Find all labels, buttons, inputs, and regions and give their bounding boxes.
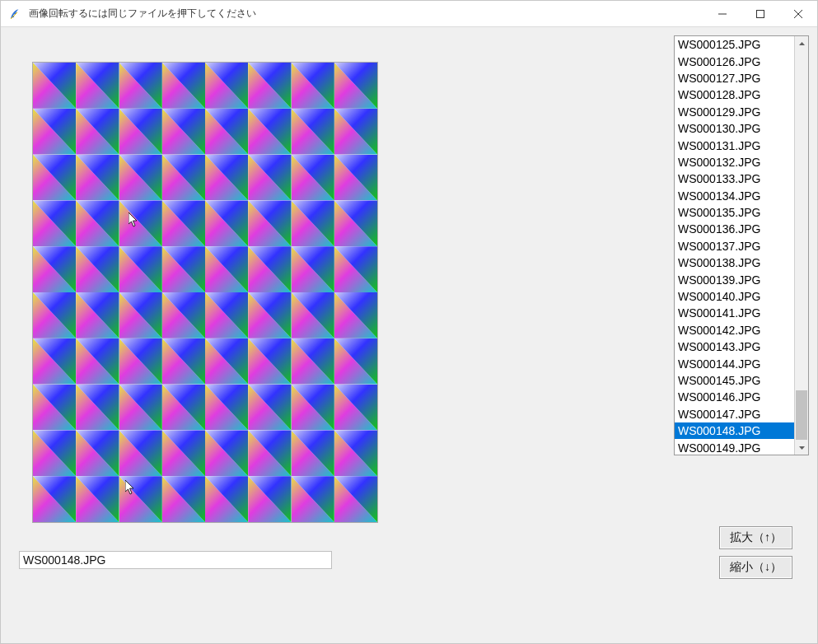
preview-tile <box>162 292 205 338</box>
svg-rect-1 <box>757 10 764 17</box>
list-item[interactable]: WS000132.JPG <box>675 154 794 170</box>
window-buttons <box>703 1 817 26</box>
preview-tile <box>248 292 291 338</box>
preview-tile <box>119 385 162 431</box>
preview-tile <box>119 63 162 109</box>
preview-tile <box>292 155 334 201</box>
list-item[interactable]: WS000141.JPG <box>675 305 794 321</box>
preview-tile <box>205 476 248 522</box>
list-item[interactable]: WS000137.JPG <box>675 238 794 254</box>
preview-tile <box>205 338 248 385</box>
preview-tile <box>76 430 119 476</box>
preview-tile <box>205 200 248 246</box>
scrollbar[interactable] <box>794 36 808 455</box>
preview-tile <box>248 200 291 246</box>
preview-tile <box>334 109 377 155</box>
preview-tile <box>248 430 291 476</box>
preview-tile <box>76 476 119 522</box>
zoom-out-button[interactable]: 縮小（↓） <box>719 556 792 579</box>
list-item[interactable]: WS000130.JPG <box>675 120 794 137</box>
list-item[interactable]: WS000143.JPG <box>675 338 794 355</box>
preview-tile <box>334 292 377 338</box>
preview-tile <box>33 476 76 522</box>
preview-tile <box>248 385 291 431</box>
preview-tile <box>119 155 162 201</box>
preview-tile <box>76 385 119 431</box>
list-item[interactable]: WS000133.JPG <box>675 170 794 187</box>
preview-tile <box>33 292 76 338</box>
preview-tile <box>119 109 162 155</box>
list-item[interactable]: WS000149.JPG <box>675 439 794 455</box>
list-item[interactable]: WS000127.JPG <box>675 70 794 86</box>
list-item[interactable]: WS000125.JPG <box>675 36 794 53</box>
preview-tile <box>292 200 334 246</box>
preview-tile <box>162 155 205 201</box>
feather-icon <box>9 7 22 21</box>
preview-tile <box>76 155 119 201</box>
list-item[interactable]: WS000146.JPG <box>675 389 794 405</box>
list-item[interactable]: WS000135.JPG <box>675 204 794 221</box>
preview-tile <box>33 338 76 385</box>
preview-tile <box>33 246 76 292</box>
list-item[interactable]: WS000144.JPG <box>675 355 794 371</box>
list-item[interactable]: WS000129.JPG <box>675 104 794 120</box>
file-listbox-items[interactable]: WS000125.JPGWS000126.JPGWS000127.JPGWS00… <box>675 36 794 455</box>
preview-tile <box>119 246 162 292</box>
close-button[interactable] <box>779 1 817 26</box>
preview-tile <box>248 109 291 155</box>
preview-tile <box>162 338 205 385</box>
preview-tile <box>334 476 377 522</box>
preview-tile <box>248 246 291 292</box>
client-area: WS000125.JPGWS000126.JPGWS000127.JPGWS00… <box>1 27 817 643</box>
preview-tile <box>334 430 377 476</box>
list-item[interactable]: WS000147.JPG <box>675 406 794 422</box>
preview-tile <box>205 246 248 292</box>
preview-tile <box>248 476 291 522</box>
preview-tile <box>119 430 162 476</box>
preview-tile <box>248 63 291 109</box>
filename-input[interactable] <box>19 551 332 569</box>
list-item[interactable]: WS000126.JPG <box>675 53 794 69</box>
preview-tile <box>162 476 205 522</box>
window-title: 画像回転するには同じファイルを押下してください <box>29 7 703 21</box>
preview-tile <box>33 200 76 246</box>
preview-tile <box>334 246 377 292</box>
list-item[interactable]: WS000134.JPG <box>675 188 794 204</box>
preview-tile <box>33 63 76 109</box>
list-item[interactable]: WS000142.JPG <box>675 322 794 338</box>
minimize-button[interactable] <box>703 1 741 26</box>
preview-tile <box>292 476 334 522</box>
list-item[interactable]: WS000131.JPG <box>675 137 794 153</box>
preview-tile <box>119 200 162 246</box>
list-item[interactable]: WS000136.JPG <box>675 221 794 237</box>
preview-tile <box>162 109 205 155</box>
preview-tile <box>33 109 76 155</box>
preview-tile <box>76 109 119 155</box>
list-item[interactable]: WS000140.JPG <box>675 288 794 305</box>
preview-tile <box>162 246 205 292</box>
list-item[interactable]: WS000128.JPG <box>675 86 794 103</box>
preview-tile <box>205 292 248 338</box>
scrollbar-thumb[interactable] <box>796 390 807 440</box>
preview-tile <box>292 338 334 385</box>
preview-tile <box>119 292 162 338</box>
preview-tile <box>76 292 119 338</box>
preview-tile <box>119 338 162 385</box>
preview-tile <box>76 338 119 385</box>
preview-tile <box>162 63 205 109</box>
list-item[interactable]: WS000148.JPG <box>675 422 794 439</box>
chevron-up-icon[interactable] <box>795 36 808 50</box>
maximize-button[interactable] <box>741 1 779 26</box>
preview-tile <box>292 246 334 292</box>
list-item[interactable]: WS000138.JPG <box>675 254 794 271</box>
zoom-in-button[interactable]: 拡大（↑） <box>719 526 792 549</box>
preview-tile <box>292 292 334 338</box>
list-item[interactable]: WS000139.JPG <box>675 271 794 287</box>
preview-tile <box>292 109 334 155</box>
preview-tile <box>162 430 205 476</box>
titlebar: 画像回転するには同じファイルを押下してください <box>1 1 817 27</box>
list-item[interactable]: WS000145.JPG <box>675 372 794 389</box>
chevron-down-icon[interactable] <box>795 441 808 455</box>
preview-tile <box>334 338 377 385</box>
image-preview[interactable] <box>32 62 378 523</box>
